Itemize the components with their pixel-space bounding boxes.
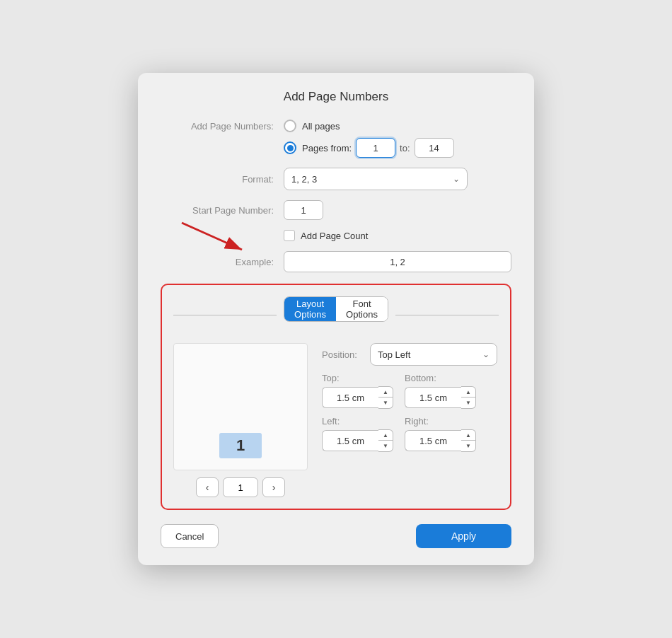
options-section: Layout Options Font Options 1 ‹ 1 ›: [161, 284, 511, 510]
right-spinner: ▲ ▼: [405, 429, 476, 452]
bottom-label: Bottom:: [405, 373, 476, 383]
top-label: Top:: [322, 373, 393, 383]
position-label: Position:: [322, 349, 364, 360]
left-down-button[interactable]: ▼: [378, 441, 393, 451]
left-label: Left:: [322, 416, 393, 427]
top-input[interactable]: [322, 387, 378, 408]
divider-left: [173, 315, 277, 315]
add-page-count-checkbox-item[interactable]: Add Page Count: [284, 230, 368, 241]
top-spinner: ▲ ▼: [322, 386, 393, 409]
right-up-button[interactable]: ▲: [461, 430, 475, 441]
pages-from-group: Pages from: to:: [302, 138, 454, 158]
add-page-count-checkbox[interactable]: [284, 230, 295, 241]
right-arrows: ▲ ▼: [461, 429, 476, 452]
layout-options-tab[interactable]: Layout Options: [284, 297, 336, 321]
pages-to-input[interactable]: [415, 138, 454, 158]
example-display: 1, 2: [284, 251, 511, 272]
radio-group-pages: All pages Pages from: to:: [284, 120, 454, 158]
bottom-field-group: Bottom: ▲ ▼: [405, 373, 476, 409]
position-row: Position: Top Left ⌄: [322, 343, 499, 366]
example-container: Example: 1, 2: [161, 251, 511, 272]
pages-from-input[interactable]: [356, 138, 395, 158]
top-field-group: Top: ▲ ▼: [322, 373, 393, 409]
all-pages-option[interactable]: All pages: [284, 120, 454, 132]
bottom-input[interactable]: [405, 387, 461, 408]
top-arrows: ▲ ▼: [378, 386, 393, 409]
format-value: 1, 2, 3: [291, 174, 317, 185]
left-field-group: Left: ▲ ▼: [322, 416, 393, 452]
right-field-group: Right: ▲ ▼: [405, 416, 476, 452]
cancel-button[interactable]: Cancel: [161, 524, 219, 548]
all-pages-radio[interactable]: [284, 120, 296, 132]
left-spinner: ▲ ▼: [322, 429, 393, 452]
right-down-button[interactable]: ▼: [461, 441, 475, 451]
position-value: Top Left: [378, 349, 410, 360]
bottom-spinner: ▲ ▼: [405, 386, 476, 409]
format-label: Format:: [161, 174, 274, 185]
add-page-count-row: Add Page Count: [161, 230, 511, 241]
bottom-up-button[interactable]: ▲: [461, 387, 475, 398]
add-page-numbers-dialog: Add Page Numbers Add Page Numbers: All p…: [138, 73, 534, 565]
next-page-button[interactable]: ›: [262, 477, 285, 497]
example-row: Example: 1, 2: [161, 251, 511, 272]
bottom-bar: Cancel Apply: [161, 524, 511, 548]
start-page-input[interactable]: [284, 200, 323, 220]
font-options-tab[interactable]: Font Options: [336, 297, 388, 321]
position-dropdown[interactable]: Top Left ⌄: [370, 343, 497, 366]
add-page-numbers-row: Add Page Numbers: All pages Pages from: …: [161, 120, 511, 158]
left-arrows: ▲ ▼: [378, 429, 393, 452]
divider-right: [395, 315, 499, 315]
pages-from-label: Pages from:: [302, 143, 352, 153]
tab-bar: Layout Options Font Options: [284, 296, 388, 322]
left-right-row: Left: ▲ ▼ Right:: [322, 416, 499, 452]
top-bottom-row: Top: ▲ ▼ Bottom:: [322, 373, 499, 409]
right-input[interactable]: [405, 430, 461, 451]
layout-content: 1 ‹ 1 › Position: Top Left ⌄: [173, 343, 499, 497]
left-up-button[interactable]: ▲: [378, 430, 393, 441]
page-preview: 1: [173, 343, 308, 470]
format-dropdown[interactable]: 1, 2, 3 ⌄: [284, 168, 468, 190]
add-page-count-label: Add Page Count: [301, 231, 368, 241]
page-nav: ‹ 1 ›: [196, 477, 285, 497]
page-nav-current: 1: [223, 477, 258, 497]
bottom-down-button[interactable]: ▼: [461, 398, 475, 408]
start-page-label: Start Page Number:: [161, 205, 274, 216]
format-row: Format: 1, 2, 3 ⌄: [161, 168, 511, 190]
left-input[interactable]: [322, 430, 378, 451]
bottom-arrows: ▲ ▼: [461, 386, 476, 409]
apply-button[interactable]: Apply: [416, 524, 511, 548]
pages-from-radio[interactable]: [284, 141, 296, 154]
example-label: Example:: [161, 257, 274, 267]
prev-page-button[interactable]: ‹: [196, 477, 219, 497]
tab-section: Layout Options Font Options: [173, 296, 499, 333]
start-page-row: Start Page Number:: [161, 200, 511, 220]
chevron-down-icon: ⌄: [453, 174, 460, 184]
page-preview-container: 1 ‹ 1 ›: [173, 343, 308, 497]
top-down-button[interactable]: ▼: [378, 398, 393, 408]
all-pages-label: All pages: [302, 121, 340, 132]
right-label: Right:: [405, 416, 476, 427]
dialog-title: Add Page Numbers: [161, 90, 511, 104]
position-chevron-icon: ⌄: [482, 349, 489, 359]
page-number-badge: 1: [219, 433, 262, 458]
top-up-button[interactable]: ▲: [378, 387, 393, 398]
pages-from-option[interactable]: Pages from: to:: [284, 138, 454, 158]
pages-to-label: to:: [400, 143, 410, 153]
position-fields: Position: Top Left ⌄ Top: ▲: [322, 343, 499, 497]
add-page-numbers-label: Add Page Numbers:: [161, 120, 274, 132]
